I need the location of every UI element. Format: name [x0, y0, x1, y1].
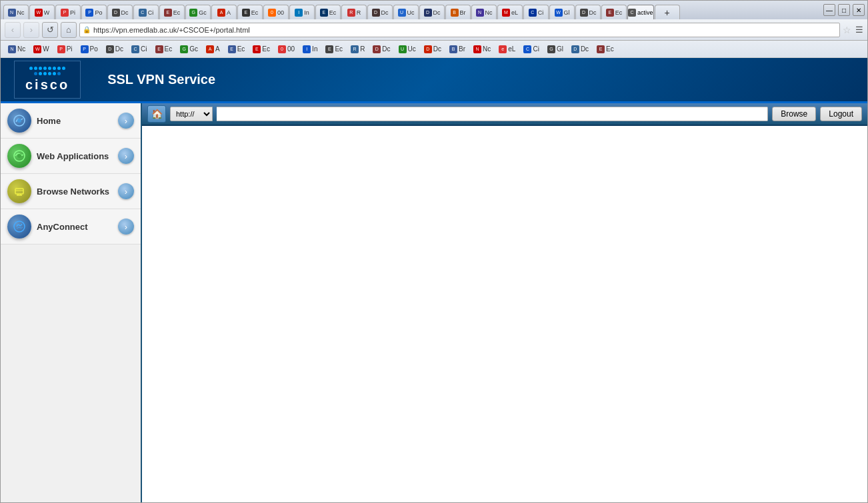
bookmark-star-button[interactable]: ☆: [843, 25, 851, 35]
window-controls: — □ ✕: [823, 4, 865, 16]
content-body: [142, 126, 867, 502]
bookmark-item-24[interactable]: EEc: [593, 43, 617, 56]
bookmark-item-11[interactable]: 000: [275, 43, 298, 56]
browser-tab-22[interactable]: DDc: [575, 5, 601, 19]
address-bar: 🔒: [79, 23, 840, 37]
bookmark-item-14[interactable]: RR: [347, 43, 368, 56]
forward-button[interactable]: ›: [23, 22, 39, 38]
reload-button[interactable]: ↺: [42, 22, 58, 38]
sidebar-item-anyconnect[interactable]: AnyConnect ›: [1, 209, 141, 245]
svg-point-3: [17, 154, 21, 158]
browser-tab-23[interactable]: EEc: [601, 5, 627, 19]
browser-tab-21[interactable]: WGl: [549, 5, 575, 19]
minimize-button[interactable]: —: [823, 4, 835, 16]
svg-point-1: [17, 119, 21, 123]
browser-tab-15[interactable]: UUc: [393, 5, 419, 19]
bookmark-item-15[interactable]: DDc: [369, 43, 393, 56]
sidebar-anyconnect-arrow[interactable]: ›: [118, 219, 134, 235]
sidebar-webapps-label: Web Applications: [37, 151, 118, 161]
vpn-home-button[interactable]: 🏠: [147, 105, 166, 123]
vpn-url-input[interactable]: [217, 107, 768, 121]
vpn-toolbar: 🏠 http:// https:// ftp:// Browse Logout: [142, 103, 867, 126]
browser-tab-5[interactable]: CCi: [133, 5, 159, 19]
sidebar-webapps-arrow[interactable]: ›: [118, 148, 134, 164]
browser-tab-14[interactable]: DDc: [367, 5, 393, 19]
back-button[interactable]: ‹: [5, 22, 21, 38]
close-button[interactable]: ✕: [853, 4, 865, 16]
bookmark-item-4[interactable]: DDc: [103, 43, 127, 56]
bookmark-item-16[interactable]: UUc: [395, 43, 419, 56]
sidebar-item-web-applications[interactable]: Web Applications ›: [1, 139, 141, 174]
browser-tab-16[interactable]: DDc: [419, 5, 445, 19]
tab-bar: NNcWWPPiPPoDDcCCiEEcGGcAAEEc000IInEEcRRD…: [3, 1, 819, 19]
bookmark-item-20[interactable]: eeL: [495, 43, 519, 56]
bookmark-item-0[interactable]: NNc: [5, 43, 29, 56]
sidebar-item-browse-networks[interactable]: Browse Networks ›: [1, 174, 141, 209]
bookmark-item-9[interactable]: EEc: [225, 43, 249, 56]
logout-button[interactable]: Logout: [820, 107, 862, 121]
bookmark-item-5[interactable]: CCi: [128, 43, 150, 56]
browser-tab-12[interactable]: EEc: [315, 5, 341, 19]
home-icon: [7, 109, 31, 133]
browser-tab-7[interactable]: GGc: [185, 5, 211, 19]
browser-tab-0[interactable]: NNc: [3, 5, 29, 19]
bookmark-item-23[interactable]: DDc: [568, 43, 592, 56]
bookmark-item-8[interactable]: AA: [203, 43, 223, 56]
bookmark-item-2[interactable]: PPi: [54, 43, 76, 56]
bookmark-item-7[interactable]: GGc: [177, 43, 201, 56]
cisco-logo-dots2: [25, 72, 69, 75]
sidebar-home-label: Home: [37, 116, 118, 126]
bookmark-item-22[interactable]: GGl: [544, 43, 567, 56]
browser-tab-13[interactable]: RR: [341, 5, 367, 19]
browser-tab-10[interactable]: 000: [263, 5, 289, 19]
header-title: SSL VPN Service: [107, 72, 215, 87]
bookmark-item-1[interactable]: WW: [30, 43, 52, 56]
browser-tab-24[interactable]: Cactive: [627, 5, 654, 19]
browser-tab-1[interactable]: WW: [29, 5, 55, 19]
browser-tab-4[interactable]: DDc: [107, 5, 133, 19]
cisco-logo-dots: [25, 67, 69, 70]
sidebar-home-arrow[interactable]: ›: [118, 113, 134, 129]
bookmark-item-13[interactable]: EEc: [322, 43, 346, 56]
browser-menu-button[interactable]: ☰: [855, 25, 863, 35]
sidebar-item-home[interactable]: Home ›: [1, 103, 141, 139]
browser-tab-3[interactable]: PPo: [81, 5, 107, 19]
lock-icon: 🔒: [83, 26, 91, 33]
bookmark-item-3[interactable]: PPo: [77, 43, 101, 56]
browser-tab-18[interactable]: NNc: [471, 5, 497, 19]
maximize-button[interactable]: □: [838, 4, 850, 16]
bookmark-item-17[interactable]: DDc: [421, 43, 445, 56]
sidebar-browsenetworks-arrow[interactable]: ›: [118, 183, 134, 199]
cisco-logo: cisco: [25, 67, 69, 93]
svg-point-9: [14, 221, 25, 232]
bookmark-item-6[interactable]: EEc: [152, 43, 176, 56]
browser-tab-9[interactable]: EEc: [237, 5, 263, 19]
bookmark-item-21[interactable]: CCi: [520, 43, 542, 56]
browser-tab-17[interactable]: BBr: [445, 5, 471, 19]
app-container: cisco SSL VPN Service Home: [1, 58, 867, 502]
bookmark-item-12[interactable]: IIn: [299, 43, 321, 56]
bookmark-item-18[interactable]: BBr: [446, 43, 469, 56]
sidebar-anyconnect-label: AnyConnect: [37, 222, 118, 232]
browser-tab-6[interactable]: EEc: [159, 5, 185, 19]
address-input[interactable]: [93, 26, 837, 34]
browser-tab-25[interactable]: +: [655, 5, 680, 19]
web-applications-icon: [7, 144, 31, 168]
browser-tab-20[interactable]: CCi: [523, 5, 549, 19]
cisco-logo-text: cisco: [25, 77, 69, 93]
cisco-logo-area: cisco: [14, 61, 81, 99]
browse-button[interactable]: Browse: [772, 107, 816, 121]
browser-tab-8[interactable]: AA: [211, 5, 237, 19]
browser-frame: NNcWWPPiPPoDDcCCiEEcGGcAAEEc000IInEEcRRD…: [0, 0, 868, 503]
browser-tab-2[interactable]: PPi: [55, 5, 81, 19]
anyconnect-icon: [7, 215, 31, 239]
browse-networks-icon: [7, 179, 31, 203]
main-layout: Home › Web Applications ›: [1, 103, 867, 502]
home-nav-button[interactable]: ⌂: [61, 22, 77, 38]
browser-tab-19[interactable]: MeL: [497, 5, 523, 19]
nav-bar: ‹ › ↺ ⌂ 🔒 ☆ ☰: [1, 19, 867, 41]
bookmark-item-19[interactable]: NNc: [470, 43, 494, 56]
bookmark-item-10[interactable]: EEc: [249, 43, 273, 56]
browser-tab-11[interactable]: IIn: [289, 5, 315, 19]
url-protocol-select[interactable]: http:// https:// ftp://: [170, 107, 213, 121]
